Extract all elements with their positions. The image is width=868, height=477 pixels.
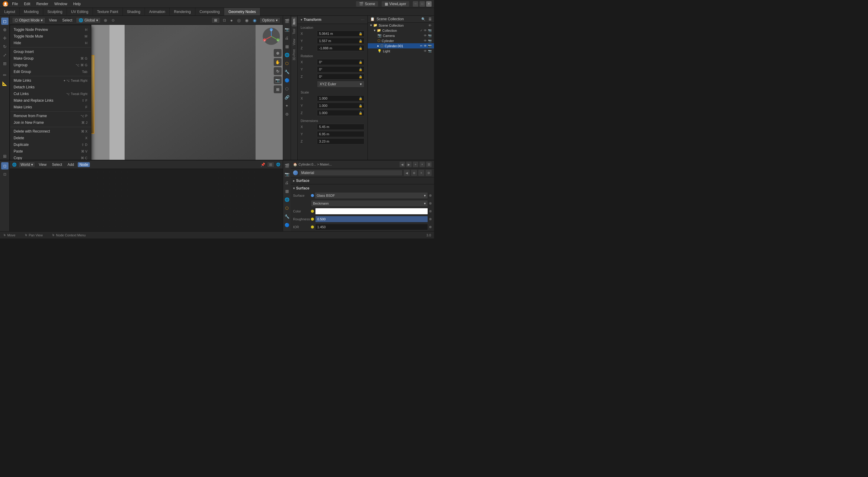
tab-3dprint[interactable]: 3D-Print: [291, 48, 297, 62]
menu-remove-from-frame[interactable]: Remove from Frame ⌥ P: [10, 113, 91, 119]
menu-help[interactable]: Help: [71, 1, 83, 7]
cylinder-row[interactable]: ⬡ Cylinder 👁 📷: [368, 38, 434, 43]
cyl-render-icon[interactable]: 📷: [428, 39, 432, 42]
menu-duplicate[interactable]: Duplicate ⇧ D: [10, 141, 91, 148]
transform-options-icon[interactable]: ⋯: [361, 18, 365, 22]
collection-toggle[interactable]: ▾: [374, 28, 376, 32]
menu-copy[interactable]: Copy ⌘ C: [10, 155, 91, 160]
menu-delete[interactable]: Delete X: [10, 135, 91, 141]
maximize-button[interactable]: □: [420, 1, 425, 7]
pin-icon[interactable]: 📌: [261, 162, 265, 167]
snap-toggle[interactable]: ⊕: [102, 17, 108, 23]
tab-compositing[interactable]: Compositing: [195, 8, 224, 16]
light-render-icon[interactable]: 📷: [428, 49, 432, 53]
props-data-icon[interactable]: ⬡: [283, 85, 291, 93]
mat-copy-btn[interactable]: ⊕: [411, 170, 417, 176]
mat-output-icon-b[interactable]: 🖨: [283, 179, 291, 186]
rotation-z-field[interactable]: 0° 🔒: [317, 73, 365, 80]
lock-ry-icon[interactable]: 🔒: [359, 68, 362, 71]
dimensions-z-field[interactable]: 3.23 m: [317, 138, 365, 144]
rendered-mode-btn[interactable]: ◉: [244, 17, 250, 23]
props-modifier-icon[interactable]: 🔧: [283, 68, 291, 76]
cam-eye-icon[interactable]: 👁: [424, 34, 427, 37]
mat-render-icon-b[interactable]: 📷: [283, 170, 291, 178]
collection-label[interactable]: Collection: [382, 29, 419, 32]
location-x-field[interactable]: 5.0641 m 🔒: [317, 31, 365, 37]
rotation-x-field[interactable]: 0° 🔒: [317, 59, 365, 65]
tab-view[interactable]: View: [291, 37, 297, 47]
viewport-zoom-icon[interactable]: ⊕: [274, 49, 282, 57]
cyl001-eye-icon[interactable]: 👁: [424, 44, 427, 48]
surface-toggle[interactable]: ▾: [293, 186, 295, 190]
close-button[interactable]: ×: [426, 1, 432, 7]
props-physics-icon[interactable]: ⚙: [283, 110, 291, 118]
props-rendersettings-icon[interactable]: 📷: [283, 25, 291, 33]
tab-animation[interactable]: Animation: [145, 8, 170, 16]
minimize-button[interactable]: ─: [413, 1, 418, 7]
light-row[interactable]: 💡 Light 👁 📷: [368, 49, 434, 54]
lock-sz-icon[interactable]: 🔒: [359, 111, 362, 115]
material-mode-btn[interactable]: ◎: [236, 17, 242, 23]
toolbar-rotate-icon[interactable]: ↻: [1, 43, 8, 50]
overlay-btn[interactable]: ⊞: [211, 17, 220, 23]
camera-label[interactable]: Camera: [383, 34, 423, 37]
props-scene-icon[interactable]: 🎬: [283, 17, 291, 25]
node-world-dropdown[interactable]: World ▾: [19, 162, 35, 168]
props-particles-icon[interactable]: ✦: [283, 102, 291, 110]
menu-join-in-new-frame[interactable]: Join in New Frame ⌘ J: [10, 119, 91, 126]
menu-paste[interactable]: Paste ⌘ V: [10, 148, 91, 155]
mat-delete-icon[interactable]: ×: [420, 161, 425, 167]
menu-group-insert[interactable]: Group Insert: [10, 49, 91, 55]
toolbar-move-icon[interactable]: ✛: [1, 34, 8, 42]
cyl001-render-icon[interactable]: 📷: [428, 44, 432, 48]
light-label[interactable]: Light: [383, 49, 423, 53]
viewport-mode-dropdown[interactable]: ⬡ Object Mode ▾: [12, 17, 45, 23]
lock-rz-icon[interactable]: 🔒: [359, 75, 362, 79]
menu-ungroup[interactable]: Ungroup ⌥ ⌘ G: [10, 62, 91, 68]
transform-toggle[interactable]: ▾: [301, 18, 303, 22]
mat-world-icon-b[interactable]: 🌐: [283, 196, 291, 203]
location-z-field[interactable]: -1.888 m 🔒: [317, 45, 365, 51]
node-view-btn[interactable]: View: [37, 162, 49, 167]
cylinder-label[interactable]: Cylinder: [382, 39, 423, 43]
lock-x-icon[interactable]: 🔒: [359, 32, 362, 35]
color-swatch-field[interactable]: [315, 208, 428, 215]
props-object-icon[interactable]: ⬡: [283, 59, 291, 67]
dimensions-y-field[interactable]: 6.95 m: [317, 131, 365, 137]
viewport-area[interactable]: ⬡ Object Mode ▾ View Select 🌐 Global ▾ ⊕…: [10, 16, 283, 160]
mat-prev-btn[interactable]: ◀: [404, 170, 410, 176]
lock-sx-icon[interactable]: 🔒: [359, 97, 362, 100]
menu-make-group[interactable]: Make Group ⌘ G: [10, 55, 91, 62]
camera-icon[interactable]: 📷: [274, 76, 282, 84]
cam-render-icon[interactable]: 📷: [428, 34, 432, 37]
light-eye-icon[interactable]: 👁: [424, 49, 427, 53]
outliner-search-icon[interactable]: 🔍: [421, 17, 426, 21]
props-material-icon[interactable]: 🔵: [283, 76, 291, 84]
material-name-field[interactable]: Material: [299, 170, 403, 176]
mat-mod-icon-b[interactable]: 🔧: [283, 212, 291, 220]
location-y-field[interactable]: 1.557 m 🔒: [317, 38, 365, 44]
cyl001-label[interactable]: Cylinder.001: [385, 44, 419, 48]
mat-mat-icon-b[interactable]: 🔵: [283, 221, 291, 229]
scale-y-field[interactable]: 1.000 🔒: [317, 102, 365, 109]
mat-viewlayer-icon-b[interactable]: ▦: [283, 187, 291, 195]
ior-dot-right[interactable]: [429, 226, 432, 228]
surface-value-dropdown[interactable]: Glass BSDF ▾: [314, 192, 428, 199]
outliner-visibility-icon[interactable]: 👁: [428, 24, 432, 27]
tab-texture-paint[interactable]: Texture Paint: [93, 8, 123, 16]
menu-mute-links[interactable]: Mute Links ✦ ⌥ Tweak Right: [10, 77, 91, 84]
collection-scene-toggle[interactable]: ▾: [370, 23, 372, 27]
menu-file[interactable]: File: [10, 1, 20, 7]
toolbar-scale-icon[interactable]: ⤢: [1, 52, 8, 59]
menu-render[interactable]: Render: [34, 1, 51, 7]
tab-rendering[interactable]: Rendering: [170, 8, 195, 16]
lock-sy-icon[interactable]: 🔒: [359, 104, 362, 108]
rotation-mode-dropdown[interactable]: XYZ Euler ▾: [317, 81, 365, 87]
options-btn[interactable]: Options ▾: [259, 17, 280, 23]
menu-delete-reconnect[interactable]: Delete with Reconnect ⌘ X: [10, 128, 91, 135]
viewport-pan-icon[interactable]: ✋: [274, 58, 282, 66]
distribution-dropdown[interactable]: Beckmann ▾: [311, 200, 428, 207]
lock-y-icon[interactable]: 🔒: [359, 39, 362, 43]
mat-browse-icon[interactable]: ☰: [426, 161, 432, 167]
mat-scene-icon-b[interactable]: 🎬: [283, 161, 291, 170]
